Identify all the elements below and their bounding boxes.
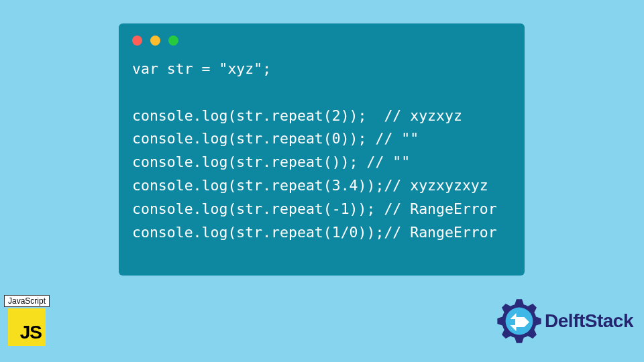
delftstack-brand-text: DelftStack xyxy=(545,310,633,332)
close-icon xyxy=(132,36,142,46)
delftstack-logo-icon xyxy=(496,298,542,344)
js-logo-icon: JS xyxy=(8,308,46,346)
code-content: var str = "xyz"; console.log(str.repeat(… xyxy=(132,58,511,245)
js-badge-label: JavaScript xyxy=(4,295,50,307)
delftstack-brand: DelftStack xyxy=(496,298,633,344)
minimize-icon xyxy=(150,36,160,46)
window-controls xyxy=(132,36,511,46)
javascript-badge: JavaScript JS xyxy=(4,295,50,346)
maximize-icon xyxy=(168,36,178,46)
js-logo-text: JS xyxy=(20,322,42,343)
code-window: var str = "xyz"; console.log(str.repeat(… xyxy=(119,23,525,276)
